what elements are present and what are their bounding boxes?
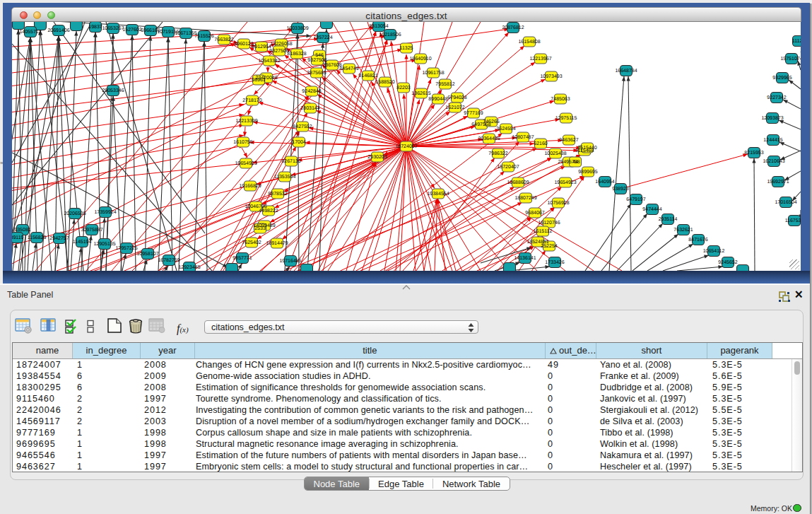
svg-text:1527602: 1527602 — [122, 28, 141, 33]
svg-text:39119: 39119 — [12, 235, 24, 240]
svg-text:3875685: 3875685 — [307, 71, 326, 76]
svg-text:8912954: 8912954 — [252, 45, 271, 49]
svg-text:20206535: 20206535 — [64, 211, 86, 216]
svg-text:9463627: 9463627 — [559, 138, 578, 143]
svg-text:19716485: 19716485 — [279, 259, 301, 264]
svg-text:9327506: 9327506 — [269, 49, 288, 54]
svg-text:7515526: 7515526 — [194, 34, 213, 39]
svg-text:10756928: 10756928 — [547, 201, 569, 206]
svg-text:1145194: 1145194 — [73, 240, 92, 245]
svg-text:9857771: 9857771 — [233, 256, 252, 261]
svg-text:9245652: 9245652 — [718, 260, 737, 265]
svg-text:9329965: 9329965 — [772, 76, 792, 81]
svg-text:10688609: 10688609 — [507, 180, 529, 185]
svg-text:15692971: 15692971 — [767, 180, 789, 185]
svg-text:9899695: 9899695 — [578, 170, 597, 175]
svg-text:8878532: 8878532 — [268, 192, 287, 197]
svg-text:18724007: 18724007 — [395, 144, 417, 149]
svg-text:15751074: 15751074 — [780, 57, 801, 62]
svg-text:546: 546 — [315, 53, 324, 58]
svg-text:19384554: 19384554 — [427, 192, 449, 197]
svg-text:17359924: 17359924 — [94, 210, 116, 215]
svg-text:2533: 2533 — [254, 226, 266, 231]
svg-text:98961: 98961 — [252, 78, 266, 83]
svg-text:10958107: 10958107 — [136, 252, 158, 257]
svg-text:8454749: 8454749 — [339, 66, 358, 71]
svg-text:1733426: 1733426 — [545, 260, 564, 265]
svg-text:9146821: 9146821 — [358, 74, 377, 78]
svg-text:17957225: 17957225 — [115, 246, 137, 251]
svg-text:7632621: 7632621 — [673, 228, 693, 233]
svg-text:14055712: 14055712 — [19, 30, 41, 35]
svg-text:2930203: 2930203 — [367, 155, 387, 160]
svg-text:9227342: 9227342 — [767, 95, 786, 100]
svg-text:1621072: 1621072 — [445, 105, 464, 110]
svg-text:16782759: 16782759 — [158, 258, 180, 263]
svg-text:62160: 62160 — [534, 141, 548, 146]
svg-text:12975115: 12975115 — [555, 116, 577, 121]
svg-text:14136141: 14136141 — [514, 256, 536, 261]
svg-text:8990448: 8990448 — [428, 97, 447, 102]
svg-text:16210643: 16210643 — [763, 159, 784, 164]
svg-text:12213399: 12213399 — [235, 119, 257, 124]
svg-text:10025438: 10025438 — [544, 151, 566, 156]
svg-text:82203: 82203 — [396, 86, 411, 90]
svg-text:746266: 746266 — [483, 119, 499, 124]
svg-text:11325: 11325 — [400, 46, 413, 51]
svg-text:10543342: 10543342 — [258, 59, 280, 64]
svg-text:1615112: 1615112 — [534, 229, 553, 234]
svg-text:19654923: 19654923 — [554, 180, 576, 185]
svg-text:1244415: 1244415 — [763, 138, 782, 143]
svg-text:12923445: 12923445 — [178, 265, 200, 270]
svg-text:9327508: 9327508 — [307, 58, 326, 63]
svg-text:30975887: 30975887 — [81, 228, 102, 233]
svg-text:12213967: 12213967 — [529, 57, 551, 62]
svg-text:8960123: 8960123 — [234, 42, 253, 47]
svg-text:8471676: 8471676 — [688, 238, 707, 243]
svg-text:11123: 11123 — [792, 39, 801, 44]
svg-text:18640910: 18640910 — [409, 57, 431, 62]
svg-text:17004: 17004 — [292, 140, 306, 145]
svg-text:19837: 19837 — [88, 25, 102, 30]
svg-text:7955812: 7955812 — [435, 82, 454, 87]
svg-text:10973493: 10973493 — [540, 74, 562, 79]
svg-text:9515440: 9515440 — [577, 146, 596, 151]
svg-text:2803144: 2803144 — [300, 106, 319, 111]
svg-text:7485063: 7485063 — [551, 97, 570, 102]
svg-text:1156829: 1156829 — [28, 235, 47, 240]
svg-text:10653267: 10653267 — [102, 26, 124, 31]
svg-text:10671355: 10671355 — [175, 31, 196, 36]
svg-text:16033809: 16033809 — [286, 26, 308, 31]
svg-text:44: 44 — [572, 160, 578, 165]
svg-text:19166829: 19166829 — [239, 184, 261, 189]
svg-text:935081: 935081 — [14, 228, 30, 233]
svg-text:9777169: 9777169 — [464, 111, 483, 116]
svg-text:19654923: 19654923 — [235, 161, 257, 166]
svg-text:1362615: 1362615 — [411, 91, 430, 96]
svg-text:252254: 252254 — [541, 244, 557, 249]
svg-text:8215953: 8215953 — [744, 151, 763, 156]
svg-text:10807487: 10807487 — [512, 135, 534, 140]
svg-text:20364436: 20364436 — [478, 136, 500, 141]
svg-text:20691406: 20691406 — [47, 28, 69, 33]
svg-text:17016504: 17016504 — [775, 200, 796, 205]
svg-text:2942757: 2942757 — [49, 236, 69, 241]
svg-text:8427552: 8427552 — [293, 124, 312, 129]
svg-text:18807249: 18807249 — [514, 196, 536, 201]
svg-text:13226058: 13226058 — [270, 42, 292, 47]
svg-text:8186328: 8186328 — [287, 52, 306, 57]
svg-text:11353594: 11353594 — [274, 175, 296, 180]
svg-text:20876812: 20876812 — [502, 25, 524, 30]
svg-text:7986322: 7986322 — [488, 151, 507, 156]
svg-text:1588520: 1588520 — [375, 80, 394, 85]
svg-text:938923: 938923 — [612, 187, 628, 192]
svg-text:12093873: 12093873 — [761, 116, 783, 121]
svg-text:16648784: 16648784 — [615, 69, 637, 74]
svg-text:1640954: 1640954 — [595, 180, 614, 185]
svg-text:16914479: 16914479 — [266, 241, 288, 246]
svg-text:10654112: 10654112 — [703, 249, 725, 254]
svg-text:8813054: 8813054 — [369, 24, 388, 29]
svg-text:12905135: 12905135 — [93, 242, 115, 247]
svg-text:29053346: 29053346 — [102, 88, 124, 93]
svg-text:9474444: 9474444 — [642, 207, 661, 212]
